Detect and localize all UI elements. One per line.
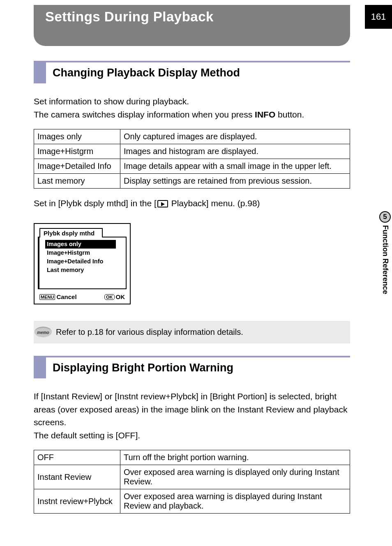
heading-accent <box>34 62 46 83</box>
lcd-ok: OKOK <box>104 293 125 300</box>
lcd-item-selected: Images only <box>45 240 116 249</box>
setin-post: Playback] menu. (p.98) <box>169 198 260 208</box>
option-name: Image+Detailed Info <box>34 159 120 174</box>
cancel-label: Cancel <box>56 293 76 300</box>
intro-text: Set information to show during playback.… <box>34 95 350 121</box>
ok-button-icon: OK <box>104 294 115 300</box>
lcd-item: Last memory <box>47 267 84 273</box>
table-row: Images only Only captured images are dis… <box>34 129 350 144</box>
memo-note: memo Refer to p.18 for various display i… <box>34 321 350 343</box>
setin-pre: Set in [Plybk dsply mthd] in the [ <box>34 198 157 208</box>
section-bright-portion: Displaying Bright Portion Warning If [In… <box>34 356 350 514</box>
option-name: Image+Histgrm <box>34 144 120 159</box>
memo-icon: memo <box>35 327 52 337</box>
lcd-item: Image+Histgrm <box>47 249 90 256</box>
option-name: Images only <box>34 129 120 144</box>
playback-icon <box>157 200 168 207</box>
info-button-label: INFO <box>255 110 275 119</box>
lcd-item: Image+Detailed Info <box>47 258 103 265</box>
table-row: Image+Detailed Info Image details appear… <box>34 159 350 174</box>
table-row: Instant Review Over exposed area warning… <box>34 465 350 489</box>
table-row: OFF Turn off the bright portion warning. <box>34 450 350 465</box>
menu-button-icon: MENU <box>39 294 55 300</box>
section-heading: Displaying Bright Portion Warning <box>53 362 233 374</box>
memo-text: Refer to p.18 for various display inform… <box>56 327 243 336</box>
option-desc: Over exposed area warning is displayed o… <box>120 465 350 489</box>
section-heading: Changing Playback Display Method <box>53 67 240 79</box>
page-number: 161 <box>365 5 392 29</box>
page-title-banner: Settings During Playback <box>34 5 350 46</box>
lcd-screenshot: Plybk dsply mthd Images only Image+Histg… <box>34 223 131 304</box>
intro-body: If [Instant Review] or [Instnt review+Pl… <box>34 392 347 427</box>
default-setting: The default setting is [OFF]. <box>34 431 140 440</box>
table-row: Last memory Display settings are retaine… <box>34 174 350 189</box>
lcd-cancel: MENUCancel <box>39 293 77 300</box>
intro-line1: Set information to show during playback. <box>34 97 189 106</box>
chapter-label: Function Reference <box>381 225 390 294</box>
option-name: OFF <box>34 450 120 465</box>
intro-line2-post: button. <box>275 110 304 119</box>
lcd-menu-box: Images only Image+Histgrm Image+Detailed… <box>38 237 127 289</box>
display-method-table: Images only Only captured images are dis… <box>34 129 350 189</box>
table-row: Image+Histgrm Images and histogram are d… <box>34 144 350 159</box>
ok-label: OK <box>116 293 125 300</box>
intro-text: If [Instant Review] or [Instnt review+Pl… <box>34 390 350 442</box>
option-desc: Over exposed area warning is displayed d… <box>120 489 350 514</box>
option-name: Last memory <box>34 174 120 189</box>
heading-accent <box>34 357 46 378</box>
table-row: Instnt review+Plybck Over exposed area w… <box>34 489 350 514</box>
chapter-number: 5 <box>379 211 391 223</box>
option-desc: Only captured images are displayed. <box>120 129 350 144</box>
section-changing-display: Changing Playback Display Method Set inf… <box>34 61 350 343</box>
page-title: Settings During Playback <box>45 9 339 25</box>
lcd-footer: MENUCancel OKOK <box>38 293 127 300</box>
option-desc: Image details appear with a small image … <box>120 159 350 174</box>
option-desc: Images and histogram are displayed. <box>120 144 350 159</box>
side-tab: 5 Function Reference <box>378 211 392 310</box>
option-name: Instant Review <box>34 465 120 489</box>
set-in-text: Set in [Plybk dsply mthd] in the [ Playb… <box>34 198 350 208</box>
intro-line2-pre: The camera switches display information … <box>34 110 255 119</box>
lcd-tab: Plybk dsply mthd <box>39 228 103 237</box>
section-heading-row: Displaying Bright Portion Warning <box>34 356 350 378</box>
bright-portion-table: OFF Turn off the bright portion warning.… <box>34 450 350 514</box>
option-desc: Turn off the bright portion warning. <box>120 450 350 465</box>
option-desc: Display settings are retained from previ… <box>120 174 350 189</box>
section-heading-row: Changing Playback Display Method <box>34 61 350 83</box>
option-name: Instnt review+Plybck <box>34 489 120 514</box>
